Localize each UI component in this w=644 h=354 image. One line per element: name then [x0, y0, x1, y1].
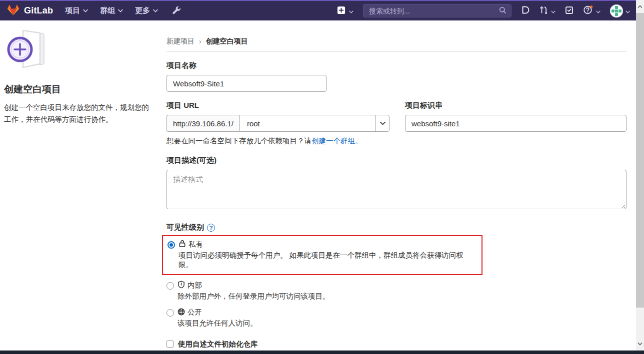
admin-area-button[interactable] — [172, 6, 181, 15]
project-slug-input[interactable] — [405, 115, 626, 132]
visibility-option-internal[interactable]: 内部 除外部用户外，任何登录用户均可访问该项目。 — [166, 281, 626, 301]
chevron-down-icon — [349, 7, 354, 15]
chevron-down-icon — [596, 7, 600, 15]
lock-icon — [178, 240, 186, 249]
window-scrollbar[interactable] — [636, 0, 644, 354]
project-name-label: 项目名称 — [166, 61, 626, 70]
new-dropdown-button[interactable] — [337, 6, 354, 16]
internal-option-description: 除外部用户外，任何登录用户均可访问该项目。 — [178, 292, 330, 301]
help-menu-button[interactable] — [583, 5, 600, 16]
project-name-input[interactable] — [166, 75, 326, 92]
gitlab-logo-icon — [7, 4, 20, 17]
breadcrumb-current: 创建空白项目 — [206, 37, 248, 46]
visibility-option-private[interactable]: 私有 项目访问必须明确授予每个用户。 如果此项目是在一个群组中，群组成员将会获得… — [168, 240, 476, 270]
breadcrumb-new-project-link[interactable]: 新建项目 — [166, 37, 194, 46]
chevron-down-icon — [551, 7, 556, 15]
plus-square-icon — [337, 6, 346, 16]
visibility-option-public[interactable]: 公开 该项目允许任何人访问。 — [166, 308, 626, 328]
global-search[interactable] — [363, 4, 512, 17]
init-readme-checkbox[interactable] — [166, 341, 174, 348]
project-description-textarea[interactable] — [166, 170, 626, 209]
nav-menu-groups-label: 群组 — [100, 6, 115, 15]
project-url-label: 项目 URL — [166, 101, 390, 110]
scrollbar-up-arrow-icon[interactable] — [636, 2, 644, 11]
window-bottom-edge — [0, 351, 644, 354]
user-avatar — [610, 4, 623, 17]
merge-request-icon — [539, 5, 548, 16]
merge-requests-button[interactable] — [539, 5, 556, 16]
init-readme-label: 使用自述文件初始化仓库 — [178, 340, 454, 349]
internal-radio[interactable] — [166, 282, 174, 290]
project-slug-label: 项目标识串 — [405, 101, 626, 110]
private-option-name: 私有 — [188, 240, 203, 249]
namespace-select[interactable]: root — [240, 115, 390, 132]
chevron-down-icon — [118, 9, 123, 12]
nav-menu-groups[interactable]: 群组 — [100, 6, 123, 15]
public-option-name: 公开 — [188, 308, 202, 317]
project-url-prefix: http://39.106.86.1/ — [166, 115, 240, 132]
todo-check-icon — [565, 6, 574, 16]
breadcrumb-separator: › — [194, 37, 206, 45]
search-icon — [499, 6, 506, 15]
user-menu-button[interactable] — [610, 4, 630, 17]
page-title: 创建空白项目 — [4, 83, 152, 96]
help-question-icon — [583, 5, 594, 16]
private-option-description: 项目访问必须明确授予每个用户。 如果此项目是在一个群组中，群组成员将会获得访问权… — [178, 251, 476, 270]
public-radio[interactable] — [166, 309, 174, 317]
issues-button[interactable] — [521, 5, 530, 16]
nav-menu-projects[interactable]: 项目 — [65, 6, 88, 15]
namespace-help-text: 想要在同一命名空间下存放几个依赖项目？请创建一个群组。 — [166, 136, 390, 146]
visibility-level-label: 可见性级别 ? — [166, 223, 626, 232]
globe-icon — [178, 308, 185, 317]
red-highlight-annotation: 私有 项目访问必须明确授予每个用户。 如果此项目是在一个群组中，群组成员将会获得… — [162, 235, 482, 275]
nav-menu-projects-label: 项目 — [65, 6, 80, 15]
chevron-down-icon[interactable] — [376, 115, 389, 131]
page-description: 创建一个空白项目来存放您的文件，规划您的工作，并在代码等方面进行协作。 — [4, 102, 152, 126]
chevron-down-icon — [626, 7, 630, 15]
todos-button[interactable] — [565, 6, 574, 16]
visibility-level-label-text: 可见性级别 — [166, 223, 204, 232]
breadcrumb: 新建项目 › 创建空白项目 — [166, 37, 626, 46]
internal-option-name: 内部 — [188, 281, 202, 290]
public-option-description: 该项目允许任何人访问。 — [178, 319, 258, 328]
scrollbar-thumb[interactable] — [636, 13, 644, 308]
nav-menu-more[interactable]: 更多 — [135, 6, 158, 15]
scrollbar-down-arrow-icon[interactable] — [636, 340, 644, 348]
chevron-down-icon — [153, 9, 158, 12]
private-radio[interactable] — [168, 241, 175, 249]
new-project-form: 新建项目 › 创建空白项目 项目名称 项目 URL http://39.106.… — [166, 20, 626, 354]
project-description-label: 项目描述(可选) — [166, 156, 626, 165]
brand-name: GitLab — [24, 5, 53, 16]
shield-icon — [178, 281, 185, 290]
namespace-help-prefix: 想要在同一命名空间下存放几个依赖项目？请 — [166, 137, 312, 145]
create-group-link[interactable]: 创建一个群组。 — [312, 137, 362, 145]
top-navbar: GitLab 项目 群组 更多 — [0, 0, 636, 20]
wrench-icon — [172, 6, 181, 15]
visibility-help-icon[interactable]: ? — [207, 224, 215, 232]
nav-menu-more-label: 更多 — [135, 6, 150, 15]
gitlab-home-link[interactable]: GitLab — [7, 4, 53, 17]
issues-icon — [521, 5, 530, 16]
search-input[interactable] — [368, 6, 495, 15]
blank-project-illustration-icon — [4, 65, 54, 73]
page-intro-panel: 创建空白项目 创建一个空白项目来存放您的文件，规划您的工作，并在代码等方面进行协… — [4, 28, 152, 126]
chevron-down-icon — [83, 9, 88, 12]
breadcrumb-divider — [166, 51, 626, 52]
namespace-selected-value: root — [240, 119, 260, 128]
